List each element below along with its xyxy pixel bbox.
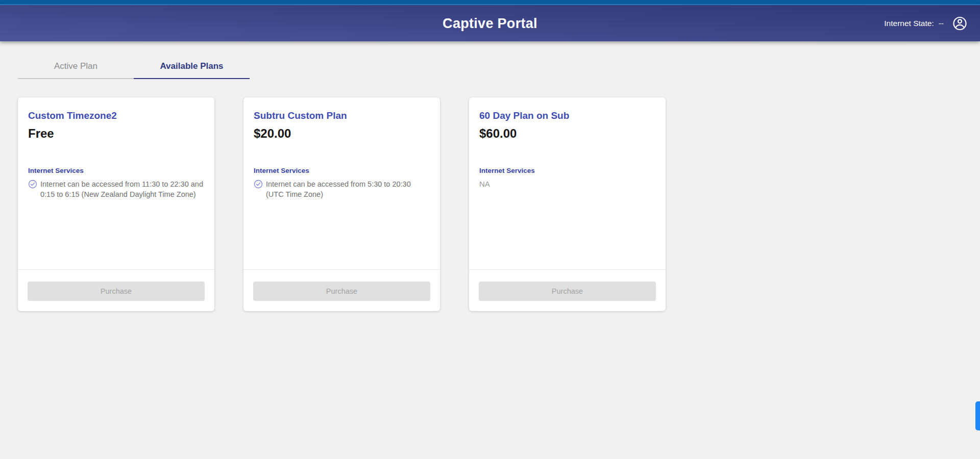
plan-card-footer: Purchase [18, 269, 214, 311]
internet-state-label: Internet State: [884, 19, 934, 28]
plan-name: 60 Day Plan on Sub [479, 110, 655, 121]
check-circle-icon [254, 180, 263, 189]
plan-name: Custom Timezone2 [28, 110, 204, 121]
plan-cards-row: Custom Timezone2 Free Internet Services [18, 97, 980, 311]
header-right-cluster: Internet State: -- [884, 15, 968, 31]
plan-card-footer: Purchase [243, 269, 440, 311]
service-note: Internet can be accessed from 11:30 to 2… [40, 179, 204, 199]
plan-card-body: Subtru Custom Plan $20.00 Internet Servi… [243, 97, 440, 199]
scrollbar-thumb[interactable] [975, 401, 980, 430]
plan-price: $60.00 [479, 126, 655, 141]
purchase-button[interactable]: Purchase [479, 282, 656, 301]
plan-card-body: Custom Timezone2 Free Internet Services [18, 97, 214, 199]
app-header: Captive Portal Internet State: -- [0, 5, 980, 41]
plan-name: Subtru Custom Plan [254, 110, 430, 121]
service-note-row: Internet can be accessed from 5:30 to 20… [254, 179, 430, 199]
plan-card: 60 Day Plan on Sub $60.00 Internet Servi… [469, 97, 666, 311]
plan-price: Free [28, 126, 204, 141]
check-circle-icon [28, 180, 37, 189]
tab-available-plans[interactable]: Available Plans [134, 55, 250, 79]
service-note-row: Internet can be accessed from 11:30 to 2… [28, 179, 204, 199]
tab-bar: Active Plan Available Plans [18, 55, 980, 79]
plan-price: $20.00 [254, 126, 430, 141]
service-note: Internet can be accessed from 5:30 to 20… [266, 179, 430, 199]
internet-services-heading: Internet Services [254, 167, 430, 174]
internet-state-value: -- [939, 19, 944, 28]
internet-services-heading: Internet Services [28, 167, 204, 174]
service-note-row: NA [479, 179, 655, 189]
internet-state: Internet State: -- [884, 19, 944, 28]
account-circle-icon[interactable] [952, 15, 968, 31]
plan-card: Custom Timezone2 Free Internet Services [18, 97, 214, 311]
purchase-button[interactable]: Purchase [253, 282, 430, 301]
page-title: Captive Portal [0, 15, 980, 31]
plan-stats-row [479, 156, 655, 157]
top-accent-strip [0, 0, 980, 5]
service-note: NA [479, 179, 490, 189]
plan-stats-row [254, 156, 430, 157]
tab-active-plan[interactable]: Active Plan [18, 55, 134, 79]
plan-card: Subtru Custom Plan $20.00 Internet Servi… [243, 97, 440, 311]
plan-stats-row [28, 156, 204, 157]
plan-card-body: 60 Day Plan on Sub $60.00 Internet Servi… [469, 97, 666, 189]
purchase-button[interactable]: Purchase [28, 282, 205, 301]
internet-services-heading: Internet Services [479, 167, 655, 174]
plan-card-footer: Purchase [469, 269, 666, 311]
main-content: Active Plan Available Plans Custom Timez… [0, 41, 980, 311]
